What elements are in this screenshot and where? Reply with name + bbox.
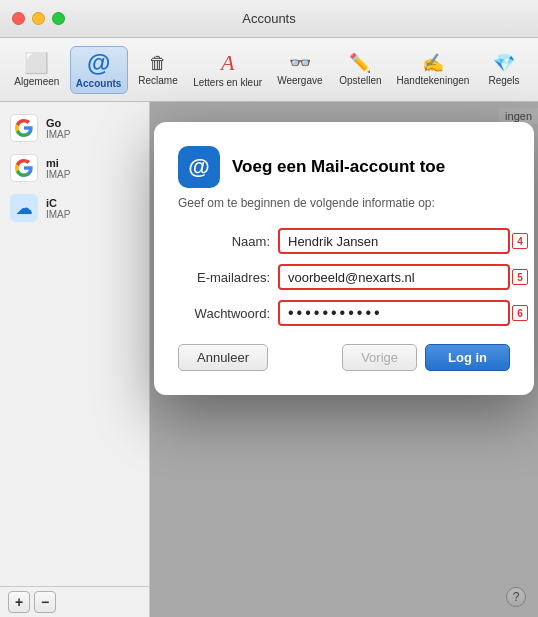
email-input-wrapper: 5: [278, 264, 510, 290]
accounts-icon: @: [87, 51, 110, 75]
toolbar-item-regels[interactable]: 💎 Regels: [478, 49, 530, 91]
icloud-icon: ☁: [10, 194, 38, 222]
google-icon-2: [10, 154, 38, 182]
field-number-5: 5: [512, 269, 528, 285]
right-buttons: Vorige Log in: [342, 344, 510, 371]
algemeen-label: Algemeen: [14, 76, 59, 87]
regels-icon: 💎: [493, 54, 515, 72]
handtekeningen-label: Handtekeningen: [397, 75, 470, 86]
account-text-1: Go IMAP: [46, 117, 70, 140]
toolbar: ⬜ Algemeen @ Accounts 🗑 Reclame A Letter…: [0, 38, 538, 102]
handtekeningen-icon: ✍: [422, 54, 444, 72]
cancel-button[interactable]: Annuleer: [178, 344, 268, 371]
weergave-label: Weergave: [277, 75, 322, 86]
minimize-button[interactable]: [32, 12, 45, 25]
naam-input-wrapper: 4: [278, 228, 510, 254]
sidebar: Go IMAP mi IMAP: [0, 102, 150, 617]
sidebar-footer: + −: [0, 586, 149, 617]
reclame-icon: 🗑: [149, 54, 167, 72]
account-text-3: iC IMAP: [46, 197, 70, 220]
toolbar-item-algemeen[interactable]: ⬜ Algemeen: [8, 48, 66, 92]
modal-overlay: @ Voeg een Mail-account toe Geef om te b…: [150, 102, 538, 617]
toolbar-item-reclame[interactable]: 🗑 Reclame: [132, 49, 185, 91]
remove-account-button[interactable]: −: [34, 591, 56, 613]
toolbar-item-weergave[interactable]: 👓 Weergave: [271, 49, 329, 91]
modal-header: @ Voeg een Mail-account toe: [178, 146, 510, 188]
sidebar-item-google1[interactable]: Go IMAP: [0, 108, 149, 148]
window-title: Accounts: [242, 11, 295, 26]
modal-at-icon: @: [178, 146, 220, 188]
regels-label: Regels: [488, 75, 519, 86]
wachtwoord-input-wrapper: 6: [278, 300, 510, 326]
content-area: ingen @ Voeg een Mail-account toe Geef o…: [150, 102, 538, 617]
naam-field-row: Naam: 4: [178, 228, 510, 254]
wachtwoord-label: Wachtwoord:: [178, 306, 278, 321]
maximize-button[interactable]: [52, 12, 65, 25]
modal-title: Voeg een Mail-account toe: [232, 157, 445, 177]
accounts-label: Accounts: [76, 78, 122, 89]
email-input[interactable]: [278, 264, 510, 290]
add-account-button[interactable]: +: [8, 591, 30, 613]
reclame-label: Reclame: [138, 75, 177, 86]
toolbar-item-handtekeningen[interactable]: ✍ Handtekeningen: [392, 49, 474, 91]
modal-subtitle: Geef om te beginnen de volgende informat…: [178, 196, 510, 210]
toolbar-item-accounts[interactable]: @ Accounts: [70, 46, 128, 94]
sidebar-item-icloud[interactable]: ☁ iC IMAP: [0, 188, 149, 228]
window-controls: [12, 12, 65, 25]
letters-icon: A: [221, 52, 234, 74]
field-number-4: 4: [512, 233, 528, 249]
weergave-icon: 👓: [289, 54, 311, 72]
accounts-list: Go IMAP mi IMAP: [0, 102, 149, 586]
titlebar: Accounts: [0, 0, 538, 38]
login-button[interactable]: Log in: [425, 344, 510, 371]
previous-button[interactable]: Vorige: [342, 344, 417, 371]
naam-input[interactable]: [278, 228, 510, 254]
account-text-2: mi IMAP: [46, 157, 70, 180]
toolbar-item-letters[interactable]: A Letters en kleur: [188, 47, 267, 93]
algemeen-icon: ⬜: [24, 53, 49, 73]
email-field-row: E-mailadres: 5: [178, 264, 510, 290]
close-button[interactable]: [12, 12, 25, 25]
email-label: E-mailadres:: [178, 270, 278, 285]
letters-label: Letters en kleur: [193, 77, 262, 88]
wachtwoord-field-row: Wachtwoord: 6: [178, 300, 510, 326]
add-mail-account-dialog: @ Voeg een Mail-account toe Geef om te b…: [154, 122, 534, 395]
field-number-6: 6: [512, 305, 528, 321]
opstellen-icon: ✏️: [349, 54, 371, 72]
google-icon-1: [10, 114, 38, 142]
modal-buttons: Annuleer Vorige Log in: [178, 344, 510, 371]
toolbar-item-opstellen[interactable]: ✏️ Opstellen: [333, 49, 388, 91]
naam-label: Naam:: [178, 234, 278, 249]
main-area: Go IMAP mi IMAP: [0, 102, 538, 617]
opstellen-label: Opstellen: [339, 75, 381, 86]
sidebar-item-google2[interactable]: mi IMAP: [0, 148, 149, 188]
wachtwoord-input[interactable]: [278, 300, 510, 326]
